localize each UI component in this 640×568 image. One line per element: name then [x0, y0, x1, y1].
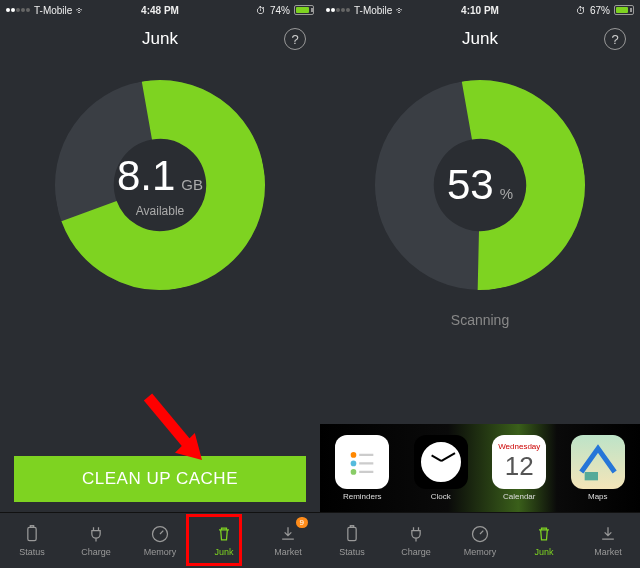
svg-rect-12 — [350, 526, 353, 528]
tab-status[interactable]: Status — [320, 513, 384, 568]
app-calendar[interactable]: Wednesday12Calendar — [485, 435, 554, 501]
calendar-icon: Wednesday12 — [492, 435, 546, 489]
ring-sublabel: Available — [136, 204, 184, 218]
carrier-label: T-Mobile — [34, 5, 72, 16]
help-icon[interactable]: ? — [284, 28, 306, 50]
battery-icon — [294, 5, 314, 15]
app-maps[interactable]: Maps — [564, 435, 633, 501]
tab-label: Memory — [464, 547, 497, 557]
right-screenshot: T-Mobile ᯤ 4:10 PM ⏱ 67% Junk ? 53% Scan… — [320, 0, 640, 568]
plug-icon — [86, 524, 106, 544]
tab-market[interactable]: Market — [576, 513, 640, 568]
alarm-icon: ⏱ — [256, 5, 266, 16]
download-icon — [598, 524, 618, 544]
svg-rect-11 — [348, 527, 356, 540]
battery-pct: 74% — [270, 5, 290, 16]
app-label: Maps — [588, 492, 608, 501]
signal-dots-icon — [326, 8, 350, 12]
scanning-label: Scanning — [451, 312, 509, 328]
cal-weekday: Wednesday — [498, 442, 540, 451]
tab-charge[interactable]: Charge — [384, 513, 448, 568]
tab-memory[interactable]: Memory — [448, 513, 512, 568]
svg-rect-10 — [584, 472, 597, 480]
tab-charge[interactable]: Charge — [64, 513, 128, 568]
clock-icon — [414, 435, 468, 489]
status-bar: T-Mobile ᯤ 4:48 PM ⏱ 74% — [0, 0, 320, 20]
page-title: Junk — [142, 29, 178, 49]
nav-bar: Junk ? — [0, 20, 320, 58]
app-clock[interactable]: Clock — [407, 435, 476, 501]
help-icon[interactable]: ? — [604, 28, 626, 50]
ring-value: 8.1 — [117, 152, 175, 200]
storage-ring: 8.1GB Available — [55, 80, 265, 290]
scan-ring: 53% — [375, 80, 585, 290]
battery-pct: 67% — [590, 5, 610, 16]
red-highlight-box — [186, 514, 242, 566]
tab-memory[interactable]: Memory — [128, 513, 192, 568]
dock: Reminders Clock Wednesday12Calendar Maps — [320, 424, 640, 512]
wifi-icon: ᯤ — [396, 5, 406, 16]
battery-icon — [342, 524, 362, 544]
maps-icon — [571, 435, 625, 489]
ring-value: 53 — [447, 161, 494, 209]
tab-junk[interactable]: Junk — [512, 513, 576, 568]
alarm-icon: ⏱ — [576, 5, 586, 16]
ring-unit: % — [500, 185, 513, 202]
app-reminders[interactable]: Reminders — [328, 435, 397, 501]
tab-label: Market — [274, 547, 302, 557]
tab-label: Market — [594, 547, 622, 557]
svg-point-7 — [351, 452, 357, 458]
battery-icon — [22, 524, 42, 544]
tab-label: Memory — [144, 547, 177, 557]
plug-icon — [406, 524, 426, 544]
badge: 9 — [296, 517, 308, 528]
page-title: Junk — [462, 29, 498, 49]
tab-bar: Status Charge Memory Junk Market — [320, 512, 640, 568]
clock-label: 4:48 PM — [141, 5, 179, 16]
tab-status[interactable]: Status — [0, 513, 64, 568]
left-screenshot: T-Mobile ᯤ 4:48 PM ⏱ 74% Junk ? 8.1GB Av… — [0, 0, 320, 568]
svg-rect-2 — [28, 527, 36, 540]
app-label: Reminders — [343, 492, 382, 501]
nav-bar: Junk ? — [320, 20, 640, 58]
signal-dots-icon — [6, 8, 30, 12]
download-icon — [278, 524, 298, 544]
tab-label: Charge — [81, 547, 111, 557]
trash-icon — [534, 524, 554, 544]
reminders-icon — [335, 435, 389, 489]
gauge-icon — [150, 524, 170, 544]
status-bar: T-Mobile ᯤ 4:10 PM ⏱ 67% — [320, 0, 640, 20]
app-label: Clock — [431, 492, 451, 501]
tab-label: Charge — [401, 547, 431, 557]
tab-label: Junk — [534, 547, 553, 557]
wifi-icon: ᯤ — [76, 5, 86, 16]
main-area: 8.1GB Available — [0, 58, 320, 456]
clock-label: 4:10 PM — [461, 5, 499, 16]
tab-label: Status — [19, 547, 45, 557]
ring-unit: GB — [181, 176, 203, 193]
tab-label: Status — [339, 547, 365, 557]
tab-market[interactable]: 9Market — [256, 513, 320, 568]
tab-bar: Status Charge Memory Junk 9Market — [0, 512, 320, 568]
app-label: Calendar — [503, 492, 535, 501]
carrier-label: T-Mobile — [354, 5, 392, 16]
svg-point-9 — [351, 469, 357, 475]
clean-cache-button[interactable]: CLEAN UP CACHE — [14, 456, 306, 502]
svg-point-8 — [351, 461, 357, 467]
battery-icon — [614, 5, 634, 15]
svg-rect-3 — [30, 526, 33, 528]
gauge-icon — [470, 524, 490, 544]
cal-day: 12 — [505, 451, 534, 482]
